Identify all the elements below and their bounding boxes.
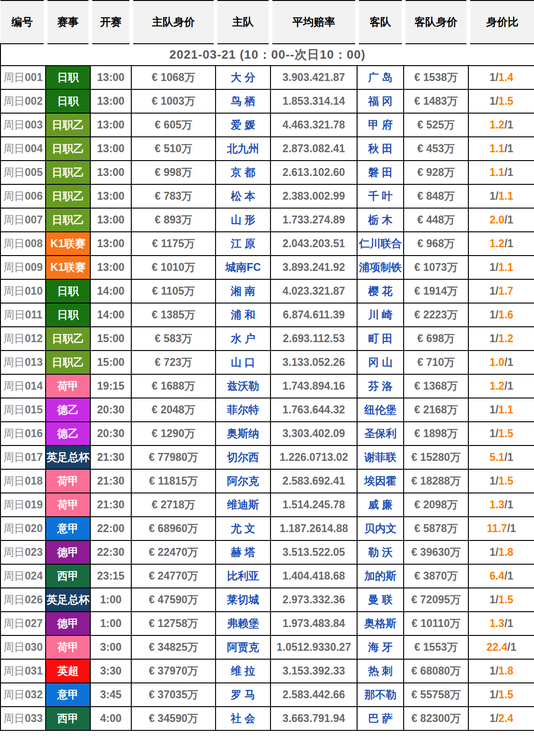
match-number: 008 — [25, 237, 42, 250]
ratio-suffix: /1 — [504, 356, 513, 368]
avg-odds-cell: 2.873.082.41 — [270, 137, 357, 161]
match-id-cell: 周日023 — [0, 540, 46, 564]
ratio-suffix: /1 — [504, 119, 513, 131]
kickoff-time-cell: 14:00 — [90, 303, 131, 327]
match-number: 017 — [25, 451, 42, 463]
away-team-cell: 千 叶 — [357, 184, 404, 208]
away-value-cell: € 1553万 — [404, 635, 468, 659]
league-badge: 意甲 — [46, 683, 90, 707]
match-number: 009 — [25, 261, 42, 273]
away-team-cell: 圣保利 — [357, 422, 404, 446]
home-team-cell: 菲尔特 — [216, 398, 270, 422]
league-badge: 日职 — [46, 303, 90, 327]
kickoff-time-cell: 21:30 — [90, 469, 131, 493]
home-value-cell: € 12758万 — [131, 612, 216, 635]
kickoff-time-cell: 13:00 — [90, 161, 131, 184]
avg-odds-cell: 3.153.392.33 — [270, 659, 357, 683]
away-value-cell: € 2223万 — [404, 303, 468, 327]
avg-odds-cell: 2.583.442.66 — [270, 683, 357, 707]
home-team-cell: 北九州 — [216, 137, 270, 161]
away-value-cell: € 3870万 — [404, 564, 468, 588]
home-team-cell: 江 原 — [216, 232, 270, 256]
match-number: 030 — [25, 641, 42, 653]
weekday-prefix: 周日 — [3, 190, 25, 202]
home-value-cell: € 1290万 — [131, 422, 216, 446]
match-id-cell: 周日006 — [0, 184, 46, 208]
home-team-cell: 弗赖堡 — [216, 612, 270, 635]
avg-odds-cell: 2.383.002.99 — [270, 184, 357, 208]
ratio-accent-value: 1.2 — [489, 119, 504, 131]
match-row: 周日012 日职乙 15:00 € 583万 水 户 2.693.112.53 … — [0, 327, 534, 351]
home-team-cell: 松 本 — [216, 184, 270, 208]
home-team-cell: 罗 马 — [216, 683, 270, 707]
home-value-cell: € 37035万 — [131, 683, 216, 707]
match-row: 周日020 意甲 22:00 € 68960万 尤 文 1.187.2614.8… — [0, 517, 534, 540]
home-value-cell: € 11815万 — [131, 469, 216, 493]
avg-odds-cell: 6.874.611.39 — [270, 303, 357, 327]
kickoff-time-cell: 13:00 — [90, 184, 131, 208]
kickoff-time-cell: 13:00 — [90, 256, 131, 279]
away-value-cell: € 968万 — [404, 232, 468, 256]
weekday-prefix: 周日 — [3, 712, 25, 724]
avg-odds-cell: 1.187.2614.88 — [270, 517, 357, 540]
value-ratio-cell: 5.1/1 — [468, 446, 534, 469]
away-team-cell: 磐 田 — [357, 161, 404, 184]
league-badge: 德乙 — [46, 398, 90, 422]
ratio-accent-value: 1.1 — [489, 142, 504, 155]
kickoff-time-cell: 13:00 — [90, 113, 131, 137]
ratio-accent-value: 1.8 — [499, 665, 514, 677]
match-id-cell: 周日001 — [0, 66, 46, 89]
ratio-suffix: /1 — [504, 166, 513, 178]
match-id-cell: 周日014 — [0, 374, 46, 398]
league-badge: 日职乙 — [46, 184, 90, 208]
match-id-cell: 周日027 — [0, 612, 46, 635]
ratio-prefix: 1/ — [489, 404, 498, 416]
ratio-prefix: 1/ — [489, 712, 498, 724]
weekday-prefix: 周日 — [3, 617, 25, 629]
match-id-cell: 周日032 — [0, 683, 46, 707]
home-value-cell: € 998万 — [131, 161, 216, 184]
avg-odds-cell: 1.763.644.32 — [270, 398, 357, 422]
column-header-value-ratio: 身价比 — [468, 0, 534, 44]
home-value-cell: € 34590万 — [131, 707, 216, 730]
league-badge: 德甲 — [46, 612, 90, 635]
match-number: 012 — [25, 332, 42, 344]
match-number: 007 — [25, 214, 42, 226]
weekday-prefix: 周日 — [3, 332, 25, 344]
league-badge: 英足总杯 — [46, 588, 90, 612]
match-number: 015 — [25, 404, 42, 416]
value-ratio-cell: 1.2/1 — [468, 113, 534, 137]
value-ratio-cell: 1/1.1 — [468, 398, 534, 422]
match-id-cell: 周日005 — [0, 161, 46, 184]
avg-odds-cell: 3.513.522.05 — [270, 540, 357, 564]
value-ratio-cell: 1/1.6 — [468, 303, 534, 327]
league-badge: 日职乙 — [46, 327, 90, 351]
match-number: 032 — [25, 688, 42, 701]
match-number: 016 — [25, 427, 42, 439]
away-value-cell: € 525万 — [404, 113, 468, 137]
match-number: 023 — [25, 546, 42, 558]
away-value-cell: € 18288万 — [404, 469, 468, 493]
match-row: 周日002 日职 13:00 € 1003万 鸟 栖 1.853.314.14 … — [0, 89, 534, 113]
avg-odds-cell: 2.043.203.51 — [270, 232, 357, 256]
match-id-cell: 周日012 — [0, 327, 46, 351]
home-value-cell: € 47590万 — [131, 588, 216, 612]
kickoff-time-cell: 13:00 — [90, 89, 131, 113]
value-ratio-cell: 1/1.5 — [468, 683, 534, 707]
match-id-cell: 周日013 — [0, 351, 46, 374]
weekday-prefix: 周日 — [3, 546, 25, 558]
avg-odds-cell: 3.893.241.92 — [270, 256, 357, 279]
kickoff-time-cell: 1:00 — [90, 588, 131, 612]
away-team-cell: 纽伦堡 — [357, 398, 404, 422]
column-header-home-value: 主队身价 — [131, 0, 216, 44]
avg-odds-cell: 2.613.102.60 — [270, 161, 357, 184]
match-row: 周日033 西甲 4:00 € 34590万 社 会 3.663.791.94 … — [0, 707, 534, 730]
away-value-cell: € 10110万 — [404, 612, 468, 635]
value-ratio-cell: 1.0/1 — [468, 351, 534, 374]
home-team-cell: 城南FC — [216, 256, 270, 279]
avg-odds-cell: 3.133.052.26 — [270, 351, 357, 374]
home-value-cell: € 24770万 — [131, 564, 216, 588]
match-number: 027 — [25, 617, 42, 629]
home-team-cell: 山 口 — [216, 351, 270, 374]
league-badge: 日职乙 — [46, 161, 90, 184]
